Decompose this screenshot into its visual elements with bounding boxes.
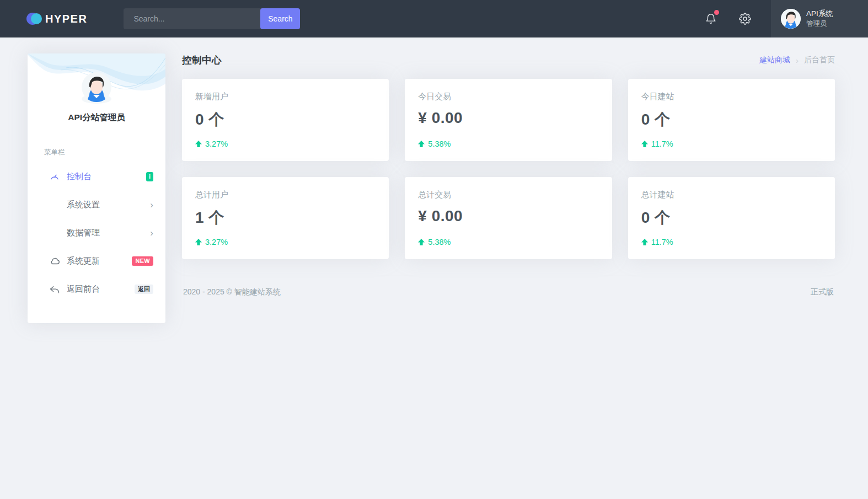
user-title: API系统 (806, 9, 833, 19)
sidebar-item-back-to-front[interactable]: 返回前台 返回 (28, 275, 165, 303)
sidebar-item-data-management[interactable]: 数据管理 › (28, 219, 165, 247)
stat-value: ¥ 0.00 (418, 207, 598, 225)
breadcrumb: 建站商城 › 后台首页 (759, 55, 835, 65)
stat-delta: 3.27% (205, 139, 228, 148)
arrow-up-icon (195, 141, 202, 147)
breadcrumb-current: 后台首页 (804, 55, 835, 65)
user-menu[interactable]: API系统 管理员 (771, 0, 868, 37)
search-button[interactable]: Search (260, 8, 300, 29)
stat-value: 1 个 (195, 207, 376, 228)
stat-label: 总计用户 (195, 190, 376, 200)
sidebar-item-dashboard[interactable]: 控制台 i (28, 163, 165, 191)
brand-name: HYPER (45, 13, 87, 25)
arrow-up-icon (641, 141, 648, 147)
stat-card-new-users: 新增用户 0 个 3.27% (182, 79, 389, 161)
stat-delta: 11.7% (651, 238, 673, 246)
stat-label: 总计建站 (641, 190, 822, 200)
stat-value: 0 个 (641, 109, 822, 130)
stat-delta: 5.38% (428, 238, 451, 246)
arrow-up-icon (418, 141, 425, 147)
topbar-search: Search (124, 8, 300, 29)
stat-value: ¥ 0.00 (418, 109, 598, 127)
stat-label: 新增用户 (195, 92, 376, 102)
sidebar: API分站管理员 菜单栏 控制台 i 系统设置 › 数据管理 (28, 53, 165, 323)
arrow-up-icon (195, 239, 202, 245)
page-title: 控制中心 (182, 53, 222, 67)
stat-label: 今日建站 (641, 92, 822, 102)
stat-card-total-transactions: 总计交易 ¥ 0.00 5.38% (405, 177, 612, 259)
dashboard-badge: i (146, 172, 153, 181)
stat-delta: 5.38% (428, 139, 451, 148)
chevron-right-icon: › (150, 200, 153, 210)
sidebar-item-system-update[interactable]: 系统更新 NEW (28, 247, 165, 275)
sidebar-menu: 控制台 i 系统设置 › 数据管理 › 系统更新 NEW (28, 163, 165, 303)
settings-button[interactable] (728, 0, 762, 37)
breadcrumb-separator-icon: › (796, 56, 799, 65)
footer-version: 正式版 (811, 287, 834, 297)
stat-label: 总计交易 (418, 190, 598, 200)
footer-copyright: 2020 - 2025 © 智能建站系统 (183, 287, 281, 297)
sidebar-item-label: 数据管理 (67, 228, 100, 238)
stat-label: 今日交易 (418, 92, 598, 102)
dashboard-icon (50, 172, 60, 182)
stat-card-today-transactions: 今日交易 ¥ 0.00 5.38% (405, 79, 612, 161)
sidebar-item-label: 控制台 (67, 171, 92, 182)
sidebar-item-label: 系统设置 (67, 200, 100, 210)
user-subtitle: 管理员 (806, 19, 833, 29)
profile-name: API分站管理员 (28, 112, 165, 124)
profile-avatar[interactable] (82, 94, 111, 104)
avatar (781, 9, 801, 29)
arrow-up-icon (418, 239, 425, 245)
brand-logo[interactable]: HYPER (26, 13, 87, 25)
return-badge: 返回 (135, 285, 153, 294)
stat-delta: 11.7% (651, 139, 673, 148)
sidebar-item-label: 返回前台 (67, 284, 100, 294)
stat-value: 0 个 (641, 207, 822, 228)
stat-card-total-users: 总计用户 1 个 3.27% (182, 177, 389, 259)
reply-icon (50, 285, 60, 294)
footer: 2020 - 2025 © 智能建站系统 正式版 (182, 276, 835, 297)
new-badge: NEW (132, 256, 153, 266)
notifications-button[interactable] (694, 0, 728, 37)
cloud-icon (50, 257, 60, 266)
gear-icon (739, 13, 751, 25)
stat-card-total-sites: 总计建站 0 个 11.7% (628, 177, 835, 259)
sidebar-item-label: 系统更新 (67, 256, 100, 266)
top-navbar: HYPER Search API系统 管理员 (0, 0, 868, 37)
sidebar-profile: API分站管理员 (28, 53, 165, 124)
menu-section-label: 菜单栏 (44, 148, 165, 157)
breadcrumb-parent[interactable]: 建站商城 (759, 55, 790, 65)
brand-logo-icon (26, 13, 41, 25)
chevron-right-icon: › (150, 228, 153, 238)
main-content: 控制中心 建站商城 › 后台首页 新增用户 0 个 3.27% 今日交易 ¥ 0… (182, 53, 835, 297)
stat-value: 0 个 (195, 109, 376, 130)
stat-cards-grid: 新增用户 0 个 3.27% 今日交易 ¥ 0.00 5.38% 今日建站 0 … (182, 79, 835, 259)
arrow-up-icon (641, 239, 648, 245)
sidebar-item-system-settings[interactable]: 系统设置 › (28, 191, 165, 219)
search-input[interactable] (124, 8, 262, 29)
stat-card-today-sites: 今日建站 0 个 11.7% (628, 79, 835, 161)
notification-dot (714, 10, 719, 15)
stat-delta: 3.27% (205, 238, 228, 246)
